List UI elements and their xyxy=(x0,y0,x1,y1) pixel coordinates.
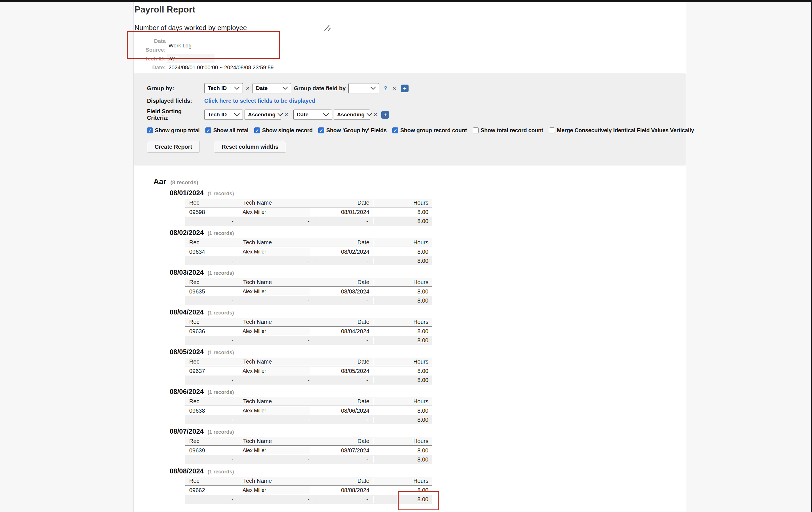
add-sort-field-button[interactable]: + xyxy=(381,111,389,119)
total-date-cell: - xyxy=(315,297,373,304)
parameter-label: Data Source: xyxy=(139,37,166,54)
table-data-row: 09639 Alex Miller 08/07/2024 8.00 xyxy=(185,446,432,455)
check-icon: ✓ xyxy=(255,128,259,133)
date-group-title: 08/03/2024 xyxy=(170,268,204,276)
sort-order-2-select[interactable]: Ascending xyxy=(334,110,370,120)
date-group-record-count: (1 records) xyxy=(208,389,234,395)
tech-name-value: Alex Miller xyxy=(242,407,310,415)
checkbox-option[interactable]: ✓ Show total record count xyxy=(473,127,543,134)
table-data-row: 09635 Alex Miller 08/03/2024 8.00 xyxy=(185,287,432,296)
parameter-row: Data Source: Work Log xyxy=(139,37,686,54)
date-group-record-count: (1 records) xyxy=(208,191,234,196)
resize-grip-icon[interactable] xyxy=(323,23,333,34)
tech-name-cell: Alex Miller xyxy=(239,208,315,216)
group-by-field-1-select[interactable]: Tech ID xyxy=(204,83,243,93)
date-group-section: 08/05/2024 (1 records) Rec Tech Name Dat… xyxy=(134,348,686,385)
date-cell: 08/06/2024 xyxy=(315,407,373,414)
field-sorting-row: Field Sorting Criteria: Tech ID Ascendin… xyxy=(147,108,686,121)
chevron-down-icon xyxy=(277,113,284,117)
date-group-section: 08/01/2024 (1 records) Rec Tech Name Dat… xyxy=(134,189,686,226)
col-header-date: Date xyxy=(315,319,373,325)
table-header-row: Rec Tech Name Date Hours xyxy=(185,358,432,366)
remove-sort-1-icon[interactable]: × xyxy=(284,111,289,118)
total-rec-cell: - xyxy=(185,297,239,304)
col-header-hours: Hours xyxy=(373,239,432,246)
actions-row: Create Report Reset column widths xyxy=(147,141,686,153)
group-by-field-2-select[interactable]: Date xyxy=(253,83,291,93)
chevron-down-icon xyxy=(323,113,329,117)
checkbox-icon[interactable]: ✓ xyxy=(205,127,211,133)
remove-sort-2-icon[interactable]: × xyxy=(373,111,378,118)
total-tech-cell: - xyxy=(239,258,315,264)
checkbox-option[interactable]: ✓ Merge Consecutively Identical Field Va… xyxy=(549,127,694,134)
add-group-field-button[interactable]: + xyxy=(401,85,409,92)
date-group-title: 08/08/2024 xyxy=(170,467,204,475)
checkbox-row: ✓ Show group total ✓ Show all total ✓ Sh… xyxy=(147,127,686,134)
group-by-label: Group by: xyxy=(147,85,204,92)
hours-cell: 8.00 xyxy=(373,209,432,216)
date-group-title: 08/06/2024 xyxy=(170,388,204,395)
checkbox-option[interactable]: ✓ Show all total xyxy=(205,127,249,134)
total-rec-cell: - xyxy=(185,496,239,503)
checkbox-icon[interactable]: ✓ xyxy=(549,127,555,133)
checkbox-option[interactable]: ✓ Show group total xyxy=(147,127,200,134)
remove-group-field-1-icon[interactable]: × xyxy=(245,85,250,92)
parameter-value: Work Log xyxy=(169,41,192,50)
group-total-row: - - - 8.00 xyxy=(185,455,432,464)
parameter-label: Date: xyxy=(139,63,166,72)
group-date-field-select[interactable] xyxy=(348,83,379,93)
tech-name-value: Alex Miller xyxy=(242,328,310,335)
table-data-row: 09634 Alex Miller 08/02/2024 8.00 xyxy=(185,247,432,257)
create-report-button[interactable]: Create Report xyxy=(147,141,200,153)
tech-name-value: Alex Miller xyxy=(242,367,310,375)
select-value: Ascending xyxy=(337,112,365,118)
displayed-fields-row: Displayed fields: Click here to select f… xyxy=(147,97,686,105)
checkbox-option[interactable]: ✓ Show single record xyxy=(254,127,313,134)
col-header-hours: Hours xyxy=(373,359,432,365)
group-total-row: - - - 8.00 xyxy=(185,336,432,345)
col-header-tech-name: Tech Name xyxy=(239,200,315,206)
total-tech-cell: - xyxy=(239,417,315,423)
select-fields-link[interactable]: Click here to select fields to be displa… xyxy=(204,97,315,104)
date-group-title: 08/01/2024 xyxy=(170,189,204,197)
parameter-row: Tech ID: AVT xyxy=(139,54,686,63)
col-header-tech-name: Tech Name xyxy=(239,438,315,445)
tech-name-cell: Alex Miller xyxy=(239,486,315,494)
checkbox-icon[interactable]: ✓ xyxy=(473,127,478,133)
col-header-date: Date xyxy=(315,359,373,365)
remove-group-field-2-icon[interactable]: × xyxy=(392,85,397,92)
total-rec-cell: - xyxy=(185,377,239,383)
tech-name-cell: Alex Miller xyxy=(239,328,315,335)
sort-field-1-select[interactable]: Tech ID xyxy=(204,110,243,120)
rec-cell: 09636 xyxy=(185,328,239,335)
rec-cell: 09635 xyxy=(185,288,239,295)
col-header-tech-name: Tech Name xyxy=(239,359,315,365)
date-group-section: 08/02/2024 (1 records) Rec Tech Name Dat… xyxy=(134,228,686,265)
checkbox-icon[interactable]: ✓ xyxy=(393,127,398,133)
checkbox-icon[interactable]: ✓ xyxy=(254,127,260,133)
date-group-record-count: (1 records) xyxy=(208,270,234,276)
sort-order-1-select[interactable]: Ascending xyxy=(244,110,281,120)
sort-field-2-select[interactable]: Date xyxy=(293,110,332,120)
checkbox-icon[interactable]: ✓ xyxy=(147,127,153,133)
help-icon[interactable]: ? xyxy=(384,85,387,92)
date-group-heading: 08/07/2024 (1 records) xyxy=(170,427,686,436)
group-total-row: - - - 8.00 xyxy=(185,296,432,305)
select-value: Ascending xyxy=(248,112,276,118)
tech-name-value: Alex Miller xyxy=(242,288,310,295)
checkbox-option[interactable]: ✓ Show group record count xyxy=(393,127,467,134)
rec-cell: 09598 xyxy=(185,209,239,216)
table-header-row: Rec Tech Name Date Hours xyxy=(185,437,432,446)
reset-column-widths-button[interactable]: Reset column widths xyxy=(214,141,286,153)
records-table: Rec Tech Name Date Hours 09637 Alex Mill… xyxy=(185,358,432,385)
date-group-heading: 08/04/2024 (1 records) xyxy=(170,308,686,317)
date-group-title: 08/04/2024 xyxy=(170,308,204,316)
checkbox-option[interactable]: ✓ Show 'Group by' Fields xyxy=(318,127,387,134)
date-group-section: 08/04/2024 (1 records) Rec Tech Name Dat… xyxy=(134,308,686,345)
date-group-record-count: (1 records) xyxy=(208,350,234,355)
checkbox-icon[interactable]: ✓ xyxy=(318,127,324,133)
table-header-row: Rec Tech Name Date Hours xyxy=(185,318,432,327)
hours-cell: 8.00 xyxy=(373,249,432,255)
col-header-date: Date xyxy=(315,279,373,286)
tech-name-cell: Alex Miller xyxy=(239,447,315,454)
